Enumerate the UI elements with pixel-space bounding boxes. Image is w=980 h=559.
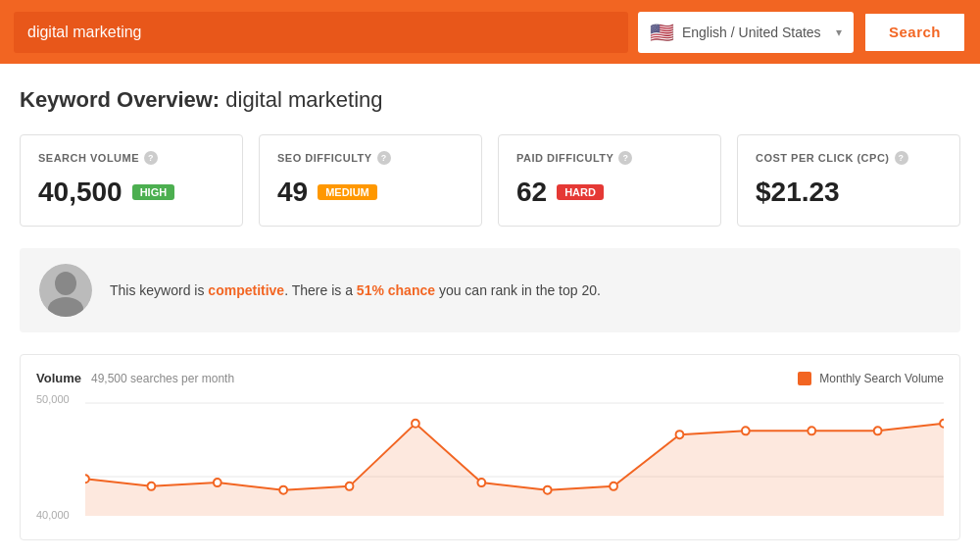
- insight-bar: This keyword is competitive. There is a …: [20, 248, 960, 332]
- metric-value-paid-difficulty: 62: [516, 177, 547, 208]
- insight-text: This keyword is competitive. There is a …: [110, 280, 601, 301]
- chart-section: Volume 49,500 searches per month Monthly…: [20, 354, 960, 540]
- metric-card-search-volume: SEARCH VOLUME ? 40,500 HIGH: [20, 134, 243, 227]
- badge-medium: MEDIUM: [318, 184, 377, 200]
- badge-high: HIGH: [132, 184, 175, 200]
- chart-legend: Monthly Search Volume: [798, 372, 944, 385]
- svg-point-17: [874, 427, 882, 434]
- search-input-wrap: [14, 12, 628, 53]
- chart-header: Volume 49,500 searches per month Monthly…: [36, 371, 944, 385]
- metric-card-paid-difficulty: PAID DIFFICULTY ? 62 HARD: [498, 134, 721, 227]
- svg-point-6: [147, 483, 155, 490]
- metric-card-cpc: COST PER CLICK (CPC) ? $21.23: [737, 134, 960, 227]
- svg-point-14: [676, 431, 684, 438]
- help-icon-search-volume[interactable]: ?: [144, 151, 158, 165]
- chevron-down-icon: ▾: [836, 25, 842, 39]
- search-button[interactable]: Search: [863, 12, 966, 53]
- chart-container: 50,000 40,000: [36, 393, 944, 539]
- svg-point-1: [55, 272, 76, 295]
- metrics-row: SEARCH VOLUME ? 40,500 HIGH SEO DIFFICUL…: [20, 134, 960, 227]
- metric-value-seo-difficulty: 49: [277, 177, 308, 208]
- language-selector[interactable]: 🇺🇸 English / United States ▾: [638, 12, 854, 53]
- help-icon-paid-difficulty[interactable]: ?: [618, 151, 632, 165]
- metric-label-paid-difficulty: PAID DIFFICULTY ?: [516, 151, 703, 165]
- metric-value-search-volume: 40,500: [38, 177, 122, 208]
- svg-point-16: [808, 427, 815, 434]
- svg-point-15: [742, 427, 750, 434]
- search-input[interactable]: [27, 24, 614, 41]
- search-bar: 🇺🇸 English / United States ▾ Search: [0, 0, 980, 64]
- svg-point-10: [412, 420, 419, 428]
- page-title: Keyword Overview: digital marketing: [20, 87, 960, 113]
- metric-label-search-volume: SEARCH VOLUME ?: [38, 151, 224, 165]
- badge-hard: HARD: [557, 184, 604, 200]
- page-title-keyword: digital marketing: [225, 87, 382, 112]
- chart-svg-container: [85, 393, 944, 539]
- main-content: Keyword Overview: digital marketing SEAR…: [0, 64, 980, 550]
- chart-legend-label: Monthly Search Volume: [819, 372, 944, 385]
- svg-point-5: [85, 475, 89, 483]
- flag-icon: 🇺🇸: [650, 21, 674, 44]
- language-label: English / United States: [682, 25, 828, 40]
- y-label-top: 50,000: [36, 393, 77, 405]
- metric-label-seo-difficulty: SEO DIFFICULTY ?: [277, 151, 464, 165]
- metric-card-seo-difficulty: SEO DIFFICULTY ? 49 MEDIUM: [259, 134, 482, 227]
- chart-title: Volume: [36, 371, 81, 385]
- svg-point-11: [477, 479, 485, 486]
- svg-point-9: [346, 483, 354, 490]
- avatar: [39, 264, 92, 317]
- page-title-prefix: Keyword Overview:: [20, 87, 220, 112]
- metric-label-cpc: COST PER CLICK (CPC) ?: [756, 151, 942, 165]
- chart-subtitle: 49,500 searches per month: [91, 372, 234, 385]
- metric-value-cpc: $21.23: [756, 177, 840, 208]
- help-icon-seo-difficulty[interactable]: ?: [377, 151, 391, 165]
- legend-color-icon: [798, 372, 811, 385]
- svg-point-13: [610, 483, 617, 490]
- help-icon-cpc[interactable]: ?: [895, 151, 908, 165]
- svg-point-7: [214, 479, 221, 486]
- svg-point-18: [940, 420, 944, 428]
- y-label-bottom: 40,000: [36, 509, 77, 521]
- svg-point-12: [544, 486, 552, 494]
- svg-point-8: [279, 486, 287, 494]
